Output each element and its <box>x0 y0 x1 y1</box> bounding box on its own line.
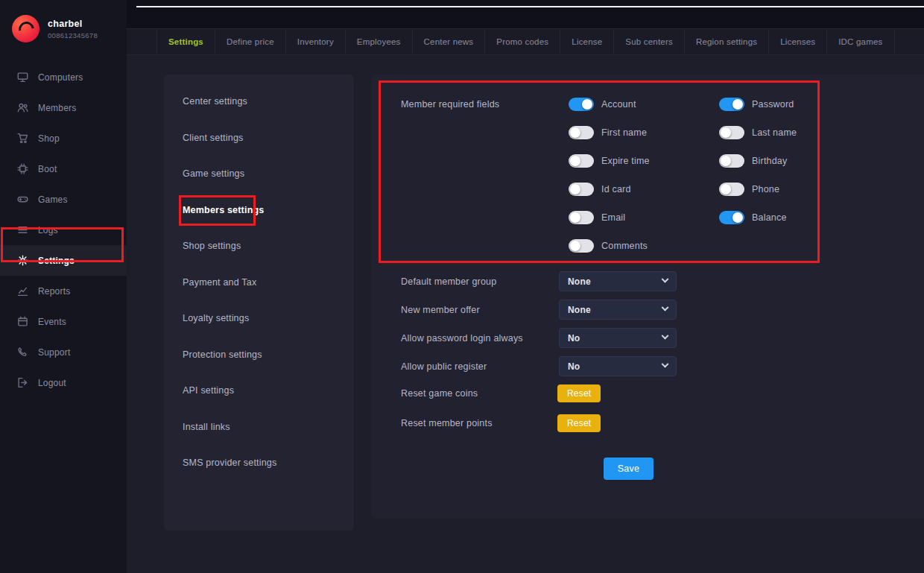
sidebar-item-label: Logout <box>38 378 66 388</box>
menu-item-install-links[interactable]: Install links <box>164 409 354 446</box>
tab-define-price[interactable]: Define price <box>215 29 286 54</box>
sidebar-item-reports[interactable]: Reports <box>0 276 127 306</box>
reports-icon <box>16 285 28 297</box>
default-member-group-row: Default member group None <box>401 271 924 291</box>
resets-block: Reset game coins Reset Reset member poin… <box>401 384 924 432</box>
gear-icon <box>16 255 28 267</box>
menu-item-payment-and-tax[interactable]: Payment and Tax <box>164 265 354 301</box>
chevron-down-icon <box>662 276 669 283</box>
toggle-knob <box>721 127 731 138</box>
tab-inventory[interactable]: Inventory <box>286 29 346 54</box>
toggle-label: Comments <box>601 241 648 251</box>
sidebar-item-logs[interactable]: Logs <box>0 215 127 245</box>
menu-item-center-settings[interactable]: Center settings <box>164 83 354 120</box>
account-toggle[interactable] <box>569 98 594 111</box>
phone-toggle[interactable] <box>719 183 744 196</box>
toggle-row-expire-time: Expire time <box>569 153 719 168</box>
allow-password-login-select[interactable]: No <box>559 328 677 348</box>
tab-sub-centers[interactable]: Sub centers <box>614 29 685 54</box>
new-member-offer-row: New member offer None <box>401 300 924 320</box>
sidebar-item-games[interactable]: Games <box>0 184 127 215</box>
toggle-label: Phone <box>752 184 779 194</box>
toggle-label: Birthday <box>752 156 787 166</box>
chevron-down-icon <box>662 332 669 340</box>
first-name-toggle[interactable] <box>569 126 594 139</box>
email-toggle[interactable] <box>569 211 594 224</box>
logs-icon <box>16 224 28 236</box>
reset-game-coins-label: Reset game coins <box>401 388 557 399</box>
sidebar-item-settings[interactable]: Settings <box>0 245 127 276</box>
toggle-knob <box>732 212 743 223</box>
tab-center-news[interactable]: Center news <box>413 29 486 54</box>
expire-time-toggle[interactable] <box>569 154 594 168</box>
sidebar-item-support[interactable]: Support <box>0 337 127 367</box>
sidebar-item-label: Settings <box>38 256 75 266</box>
tab-promo-codes[interactable]: Promo codes <box>485 29 560 54</box>
menu-item-protection-settings[interactable]: Protection settings <box>164 337 354 373</box>
menu-item-game-settings[interactable]: Game settings <box>164 156 354 192</box>
chevron-down-icon <box>662 361 669 368</box>
toggle-knob <box>570 127 580 138</box>
tab-region-settings[interactable]: Region settings <box>685 29 769 54</box>
select-value: No <box>568 361 580 372</box>
menu-item-loyalty-settings[interactable]: Loyalty settings <box>164 300 354 337</box>
menu-item-api-settings[interactable]: API settings <box>164 373 354 409</box>
tab-license[interactable]: License <box>560 29 614 54</box>
last-name-toggle[interactable] <box>719 126 744 139</box>
default-member-group-select[interactable]: None <box>559 271 677 291</box>
user-info: charbel 008612345678 <box>48 19 98 39</box>
menu-item-client-settings[interactable]: Client settings <box>164 120 354 156</box>
toggle-label: Last name <box>752 127 797 138</box>
reset-member-points-button[interactable]: Reset <box>557 414 601 432</box>
tab-employees[interactable]: Employees <box>346 29 413 54</box>
toggle-row-password: Password <box>719 97 870 112</box>
sidebar-item-label: Support <box>38 347 70 358</box>
comments-toggle[interactable] <box>569 239 594 253</box>
menu-item-shop-settings[interactable]: Shop settings <box>164 228 354 265</box>
birthday-toggle[interactable] <box>719 154 744 168</box>
toggle-row-last-name: Last name <box>719 125 870 140</box>
save-button[interactable]: Save <box>604 458 654 480</box>
selects-block: Default member group None New member off… <box>401 271 924 376</box>
new-member-offer-select[interactable]: None <box>559 300 677 320</box>
sidebar-nav: Computers Members Shop Boot Games Logs <box>0 62 127 398</box>
user-phone: 008612345678 <box>48 31 98 39</box>
tab-licenses[interactable]: Licenses <box>769 29 827 54</box>
reset-game-coins-button[interactable]: Reset <box>557 384 601 402</box>
sidebar-item-logout[interactable]: Logout <box>0 367 127 398</box>
sidebar-item-events[interactable]: Events <box>0 306 127 337</box>
computers-icon <box>16 72 28 83</box>
menu-item-sms-provider-settings[interactable]: SMS provider settings <box>164 445 354 481</box>
sidebar-item-members[interactable]: Members <box>0 92 127 123</box>
toggle-label: Password <box>752 99 794 110</box>
menu-item-members-settings[interactable]: Members settings <box>164 192 354 229</box>
avatar <box>12 15 39 42</box>
user-block[interactable]: charbel 008612345678 <box>0 0 127 56</box>
sidebar-item-label: Logs <box>38 225 58 235</box>
member-required-fields-row: Member required fields Account Password … <box>401 97 924 267</box>
sidebar-item-boot[interactable]: Boot <box>0 153 127 184</box>
tab-idc-games[interactable]: IDC games <box>827 29 894 54</box>
toggle-label: Email <box>601 212 625 223</box>
toggle-knob <box>570 241 580 251</box>
members-settings-panel: Member required fields Account Password … <box>371 75 924 519</box>
toggle-row-account: Account <box>569 97 719 112</box>
toggle-knob <box>570 156 580 166</box>
toggle-label: Expire time <box>601 156 650 166</box>
id-card-toggle[interactable] <box>569 183 594 196</box>
toggle-row-first-name: First name <box>569 125 719 140</box>
balance-toggle[interactable] <box>719 211 744 224</box>
password-toggle[interactable] <box>719 98 744 111</box>
reset-member-points-row: Reset member points Reset <box>401 414 924 432</box>
allow-public-register-select[interactable]: No <box>559 356 677 376</box>
toggle-label: Account <box>601 99 636 110</box>
tab-settings[interactable]: Settings <box>156 29 215 54</box>
logout-icon <box>16 377 28 389</box>
allow-public-register-row: Allow public register No <box>401 356 924 376</box>
members-icon <box>16 102 28 114</box>
allow-password-login-label: Allow password login always <box>401 333 559 344</box>
member-required-fields-label: Member required fields <box>401 97 569 267</box>
sidebar-item-shop[interactable]: Shop <box>0 123 127 153</box>
sidebar-item-computers[interactable]: Computers <box>0 62 127 92</box>
toggle-row-balance: Balance <box>719 210 870 225</box>
